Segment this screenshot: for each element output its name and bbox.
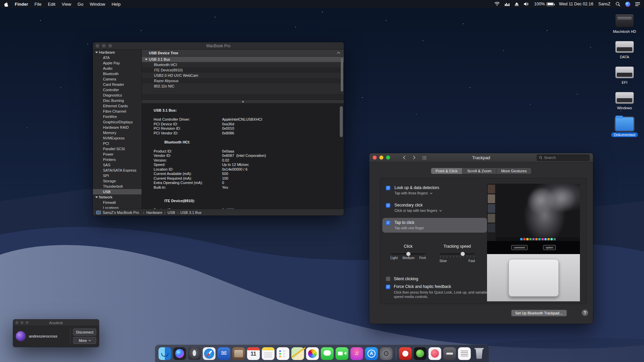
details-scrollbar[interactable]: [340, 106, 343, 137]
checkbox[interactable]: [386, 203, 390, 208]
device-tree-row-usb-3-1-bus[interactable]: USB 3.1 Bus: [142, 57, 344, 62]
desktop-icon-windows[interactable]: Windows: [608, 92, 641, 110]
dock-icon-maps[interactable]: [291, 347, 305, 361]
sidebar-item-ethernet-cards[interactable]: Ethernet Cards: [93, 103, 142, 109]
minimize-button[interactable]: [379, 156, 383, 160]
dock-icon-contacts[interactable]: [232, 347, 246, 361]
dock-icon-app-green[interactable]: [413, 347, 427, 361]
help-button[interactable]: ?: [582, 309, 588, 316]
sidebar-item-spi[interactable]: SPI: [93, 173, 142, 178]
sidebar-item-hardware-raid[interactable]: Hardware RAID: [93, 125, 142, 130]
dock-icon-appstore[interactable]: [365, 347, 379, 361]
close-button[interactable]: [96, 44, 99, 48]
click-slider-track[interactable]: [391, 253, 425, 254]
close-button[interactable]: [15, 321, 18, 324]
menu-item-finder[interactable]: Finder: [15, 2, 28, 7]
menu-item-edit[interactable]: Edit: [48, 2, 55, 7]
show-all-preferences-icon[interactable]: [422, 156, 427, 160]
force-click-row[interactable]: Force Click and haptic feedback Click th…: [386, 284, 488, 299]
disclosure-triangle-icon[interactable]: [95, 52, 98, 55]
dock-icon-photos[interactable]: [306, 347, 320, 361]
apple-menu-icon[interactable]: [4, 2, 8, 7]
trackpad-option-secondary-click[interactable]: Secondary click Click or tap with two fi…: [382, 200, 487, 215]
sidebar-item-controller[interactable]: Controller: [93, 87, 142, 93]
minimize-button[interactable]: [20, 321, 23, 324]
dock-icon-siri[interactable]: [173, 347, 187, 361]
tab-more-gestures[interactable]: More Gestures: [496, 168, 531, 174]
device-tree-row-ite-device-8910[interactable]: ITE Device(8910): [142, 67, 344, 73]
dock-icon-messages[interactable]: [320, 347, 334, 361]
sidebar-item-usb[interactable]: USB: [93, 189, 142, 194]
setup-bluetooth-trackpad-button[interactable]: Set Up Bluetooth Trackpad…: [511, 310, 567, 316]
desktop-icon-data[interactable]: DATA: [608, 41, 641, 59]
disclosure-triangle-icon[interactable]: [95, 196, 98, 199]
zoom-button[interactable]: [25, 321, 29, 324]
dock-icon-separator[interactable]: [394, 347, 398, 361]
sidebar-item-hardware[interactable]: Hardware: [93, 50, 142, 55]
volume-icon[interactable]: [524, 2, 529, 6]
device-tree-row-802-11n-nic[interactable]: 802.11n NIC: [142, 83, 344, 89]
device-tree-row-usb2-0-hd-uvc-webcam[interactable]: USB2.0 HD UVC WebCam: [142, 73, 344, 78]
sidebar-item-graphics-displays[interactable]: Graphics/Displays: [93, 119, 142, 125]
sidebar-item-ata[interactable]: ATA: [93, 55, 142, 60]
dock-icon-settings[interactable]: [379, 347, 393, 361]
search-input[interactable]: Search: [537, 155, 590, 161]
breadcrumb-item[interactable]: USB: [162, 210, 175, 215]
sidebar-item-power[interactable]: Power: [93, 152, 142, 157]
more-button[interactable]: More: [73, 337, 96, 344]
pane-splitter-handle[interactable]: [142, 100, 344, 104]
system-information-titlebar[interactable]: MacBook Pro: [93, 42, 344, 50]
gesture-demo-video[interactable]: commentoption: [487, 184, 580, 301]
forward-button[interactable]: [412, 156, 415, 159]
menu-item-file[interactable]: File: [35, 2, 42, 7]
sidebar-item-fibre-channel[interactable]: Fibre Channel: [93, 109, 142, 114]
sidebar-item-sata-sata-express[interactable]: SATA/SATA Express: [93, 168, 142, 173]
computer-name-label[interactable]: SansZ's MacBook Pro: [103, 210, 139, 215]
desktop-icon-dokumentasi[interactable]: Dokumentasi: [608, 117, 641, 137]
device-tree-row-bluetooth-hci[interactable]: Bluetooth HCI: [142, 62, 344, 67]
close-button[interactable]: [373, 156, 377, 160]
click-slider-thumb[interactable]: [406, 252, 411, 256]
dock-icon-safari[interactable]: [202, 347, 216, 361]
menu-item-window[interactable]: Window: [90, 2, 105, 7]
dock-icon-finder[interactable]: [158, 347, 172, 361]
eject-icon[interactable]: [515, 2, 519, 6]
sidebar-item-apple-pay[interactable]: Apple Pay: [93, 60, 142, 66]
dock-icon-app-gray[interactable]: [443, 347, 457, 361]
sidebar-item-diagnostics[interactable]: Diagnostics: [93, 93, 142, 98]
zoom-button[interactable]: [108, 44, 112, 48]
sidebar-item-thunderbolt[interactable]: Thunderbolt: [93, 184, 142, 189]
sidebar-item-sas[interactable]: SAS: [93, 162, 142, 168]
sidebar-item-storage[interactable]: Storage: [93, 178, 142, 184]
trackpad-titlebar[interactable]: Trackpad Search: [369, 153, 593, 162]
spotlight-search-icon[interactable]: [615, 2, 620, 6]
dock-icon-notes[interactable]: [261, 347, 275, 361]
tracking-slider-thumb[interactable]: [461, 252, 465, 256]
sidebar-item-nvmexpress[interactable]: NVMExpress: [93, 135, 142, 141]
menu-item-help[interactable]: Help: [112, 2, 121, 7]
dock-icon-launchpad[interactable]: [187, 347, 202, 361]
sidebar-item-disc-burning[interactable]: Disc Burning: [93, 98, 142, 103]
desktop-icon-efi[interactable]: EFI: [608, 66, 641, 85]
checkbox[interactable]: [386, 285, 390, 289]
dock-icon-mail[interactable]: [217, 347, 231, 361]
chevron-down-icon[interactable]: [430, 192, 432, 194]
anydesk-titlebar[interactable]: Anydesk: [13, 319, 99, 326]
tab-point-click[interactable]: Point & Click: [431, 168, 463, 174]
dock-icon-itunes[interactable]: [350, 347, 364, 361]
disclosure-triangle-icon[interactable]: [145, 59, 148, 62]
desktop-icon-macintosh-hd[interactable]: Macintosh HD: [608, 14, 641, 34]
breadcrumb-item[interactable]: Hardware: [141, 210, 162, 215]
checkbox[interactable]: [386, 277, 390, 281]
menu-item-view[interactable]: View: [62, 2, 71, 7]
sidebar-item-printers[interactable]: Printers: [93, 157, 142, 162]
checkbox[interactable]: [386, 186, 390, 190]
sidebar-item-card-reader[interactable]: Card Reader: [93, 82, 142, 87]
siri-icon[interactable]: [625, 2, 630, 7]
breadcrumb-item[interactable]: USB 3.1 Bus: [175, 210, 202, 215]
silent-clicking-row[interactable]: Silent clicking: [386, 276, 418, 281]
sidebar-item-pci[interactable]: PCI: [93, 141, 142, 146]
tab-scroll-zoom[interactable]: Scroll & Zoom: [463, 168, 496, 174]
zoom-button[interactable]: [386, 156, 390, 160]
dock-icon-reminders[interactable]: [276, 347, 290, 361]
